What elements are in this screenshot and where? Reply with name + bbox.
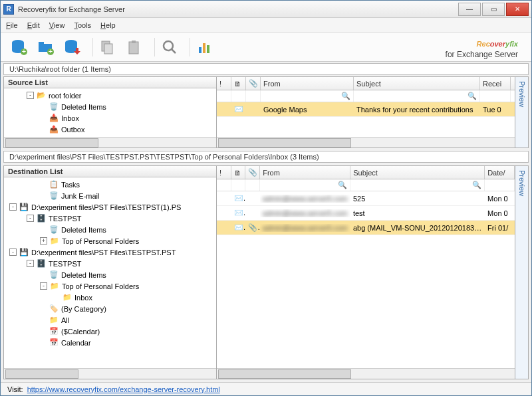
menu-tools[interactable]: Tools — [74, 21, 91, 29]
app-icon: R — [3, 4, 14, 15]
svg-rect-20 — [207, 45, 209, 53]
tree-item[interactable]: +📁Top of Personal Folders — [7, 235, 213, 247]
mail-icon: ✉️ — [234, 209, 246, 217]
toolbar-add-source-button[interactable]: + — [9, 37, 30, 58]
deleted-icon: 🗑️ — [49, 225, 59, 235]
tree-item[interactable]: -💾D:\experiment files\PST Files\TESTPST.… — [7, 247, 213, 258]
tree-item[interactable]: 📅($Calendar) — [7, 326, 213, 337]
tree-item[interactable]: 🗑️Deleted Items — [7, 101, 213, 112]
svg-point-16 — [164, 41, 173, 50]
tree-item[interactable]: 📁All — [7, 314, 213, 326]
tree-item[interactable]: -📂root folder — [7, 90, 213, 101]
toolbar-search-button[interactable] — [159, 37, 180, 58]
tree-item-label: Junk E-mail — [61, 192, 99, 200]
col-received[interactable]: Recei — [480, 77, 511, 90]
col-item-type[interactable]: 🗎 — [231, 77, 246, 90]
menu-file[interactable]: File — [6, 21, 18, 29]
search-from-icon[interactable]: 🔍 — [260, 179, 350, 191]
expand-toggle[interactable]: + — [40, 237, 47, 245]
message-row[interactable]: ✉️admin@www.server5.comtestMon 0 — [217, 206, 515, 221]
menu-help[interactable]: Help — [100, 21, 116, 29]
col-item-type[interactable]: 🗎 — [231, 166, 246, 179]
maximize-button[interactable]: ▭ — [482, 3, 505, 16]
svg-rect-13 — [104, 44, 112, 54]
source-tree-pane: Source List -📂root folder🗑️Deleted Items… — [4, 77, 217, 148]
expand-toggle[interactable]: - — [9, 203, 17, 211]
message-row[interactable]: ✉️📎admin@www.server5.comabg (MAIL_VM-SON… — [217, 221, 515, 235]
outbox-icon: 📤 — [49, 125, 59, 134]
col-subject[interactable]: Subject — [350, 166, 485, 179]
message-row[interactable]: ✉️admin@www.server5.com525Mon 0 — [217, 191, 515, 206]
tree-item-label: Tasks — [61, 181, 80, 189]
search-icon — [161, 39, 178, 56]
menu-edit[interactable]: Edit — [27, 21, 40, 29]
source-list-title: Source List — [4, 77, 216, 88]
col-attachment[interactable]: 📎 — [245, 166, 260, 179]
expand-toggle[interactable]: - — [40, 282, 47, 290]
tree-item-label: Inbox — [74, 294, 92, 302]
database-download-icon — [64, 39, 81, 56]
close-button[interactable]: ✕ — [506, 3, 529, 16]
source-list-hscrollbar[interactable] — [217, 137, 515, 148]
message-row[interactable]: ✉️Google MapsThanks for your recent cont… — [217, 102, 515, 117]
col-importance[interactable]: ! — [217, 77, 231, 90]
tree-item[interactable]: -🗄️TESTPST — [7, 258, 213, 269]
tree-item[interactable]: -📁Top of Personal Folders — [7, 280, 213, 292]
tree-item[interactable]: 📋Tasks — [7, 179, 213, 190]
category-icon: 🏷️ — [49, 304, 59, 314]
tree-item[interactable]: 🗑️Deleted Items — [7, 224, 213, 235]
source-list-header: ! 🗎 📎 From Subject Recei — [217, 77, 515, 90]
tree-item[interactable]: 📤Outbox — [7, 124, 213, 135]
col-date[interactable]: Date/ — [485, 166, 515, 179]
toolbar-save-button[interactable] — [62, 37, 83, 58]
minimize-button[interactable]: — — [458, 3, 481, 16]
tree-item[interactable]: -💾D:\experiment files\PST Files\TESTPST(… — [7, 201, 213, 213]
expand-toggle[interactable]: - — [9, 248, 17, 256]
titlebar: R Recoveryfix for Exchange Server — ▭ ✕ — [1, 1, 531, 18]
toolbar-add-folder-button[interactable]: + — [35, 37, 57, 58]
tree-item-label: Inbox — [61, 114, 79, 122]
tree-item[interactable]: 📥Inbox — [7, 112, 213, 124]
search-from-icon[interactable]: 🔍 — [261, 90, 354, 102]
folder-icon: 📁 — [49, 316, 59, 325]
toolbar-copy-button[interactable] — [97, 37, 118, 58]
dest-list-header: ! 🗎 📎 From Subject Date/ — [217, 166, 515, 179]
dest-list-hscrollbar[interactable] — [217, 368, 515, 379]
svg-rect-19 — [203, 43, 205, 53]
menu-view[interactable]: View — [49, 21, 65, 29]
col-from[interactable]: From — [260, 166, 350, 179]
tree-item[interactable]: 📅Calendar — [7, 337, 213, 348]
expand-toggle[interactable]: - — [27, 260, 34, 267]
source-hscrollbar[interactable] — [4, 137, 216, 148]
tree-item[interactable]: 🗑️Junk E-mail — [7, 190, 213, 201]
tree-item[interactable]: 🗑️Deleted Items — [7, 269, 213, 280]
cell-from: Google Maps — [261, 106, 354, 114]
col-from[interactable]: From — [261, 77, 354, 90]
toolbar-paste-button[interactable] — [124, 37, 145, 58]
cell-subject: test — [350, 209, 485, 217]
svg-text:+: + — [49, 47, 53, 55]
tree-item[interactable]: 📁Inbox — [7, 292, 213, 303]
search-subject-icon[interactable]: 🔍 — [350, 179, 485, 191]
attachment-icon: 📎 — [248, 223, 260, 231]
dest-hscrollbar[interactable] — [4, 368, 216, 379]
col-attachment[interactable]: 📎 — [246, 77, 261, 90]
expand-toggle[interactable]: - — [27, 92, 34, 99]
expand-toggle[interactable]: - — [27, 215, 34, 222]
toolbar-report-button[interactable] — [194, 37, 215, 58]
tree-item[interactable]: 🏷️(By Category) — [7, 303, 213, 314]
dest-tree[interactable]: 📋Tasks🗑️Junk E-mail-💾D:\experiment files… — [4, 177, 216, 368]
source-tree[interactable]: -📂root folder🗑️Deleted Items📥Inbox📤Outbo… — [4, 88, 216, 137]
tree-item[interactable]: -🗄️TESTPST — [7, 213, 213, 224]
col-subject[interactable]: Subject — [354, 77, 480, 90]
deleted-icon: 🗑️ — [49, 270, 59, 280]
search-subject-icon[interactable]: 🔍 — [354, 90, 480, 102]
source-preview-tab[interactable]: Preview — [515, 77, 528, 148]
folder-icon: 📁 — [62, 293, 72, 302]
tree-item-label: Deleted Items — [61, 271, 106, 279]
copy-icon — [100, 39, 116, 55]
dest-preview-tab[interactable]: Preview — [515, 166, 528, 379]
visit-link[interactable]: https://www.recoveryfix.com/exchange-ser… — [27, 385, 220, 393]
col-importance[interactable]: ! — [217, 166, 231, 179]
junk-icon: 🗑️ — [49, 191, 59, 201]
